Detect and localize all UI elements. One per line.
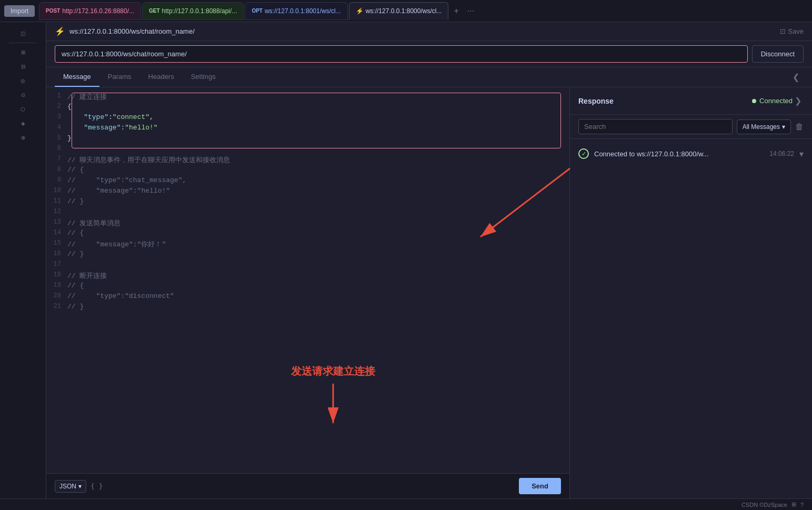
tab-get-method: GET	[149, 8, 160, 14]
code-line-4: 4 "message":"hello!"	[46, 123, 569, 134]
sidebar-icon-3: ⊟	[21, 64, 25, 69]
sidebar-item-1[interactable]: ◫	[0, 26, 46, 41]
code-line-8: 8 // {	[46, 165, 569, 176]
code-line-9: 9 // "type":"chat_message",	[46, 176, 569, 186]
code-line-5: 5 }	[46, 134, 569, 144]
tab-message[interactable]: Message	[55, 67, 99, 87]
message-item-1[interactable]: ✓ Connected to ws://127.0.0.1:8000/w... …	[574, 143, 808, 164]
more-tabs-button[interactable]: ···	[463, 4, 478, 18]
expand-response-arrow[interactable]: ❯	[793, 94, 804, 108]
message-time-1: 14:06:22	[769, 150, 794, 157]
save-button[interactable]: ⊡ Save	[780, 27, 804, 35]
sidebar-icon-1: ◫	[21, 31, 25, 36]
tab-params[interactable]: Params	[99, 67, 140, 87]
messages-filter-select[interactable]: All Messages ▾	[737, 119, 791, 134]
tab-get[interactable]: GET http://127.0.0.1:8088/api/...	[142, 2, 244, 20]
sidebar-icon-4: ◎	[21, 78, 25, 84]
tab-bar: Import POST http://172.16.0.26:8880/... …	[0, 0, 812, 22]
add-tab-button[interactable]: +	[449, 4, 463, 18]
code-line-7: 7 // 聊天消息事件，用于在聊天应用中发送和接收消息	[46, 155, 569, 165]
tab-opt-method: OPT	[252, 8, 263, 14]
sidebar-icon-5: ⊙	[21, 92, 25, 98]
sidebar-icon-2: ⊞	[21, 49, 25, 55]
delete-messages-button[interactable]: 🗑	[795, 122, 804, 132]
tab-headers[interactable]: Headers	[140, 67, 183, 87]
code-line-21: 21 // }	[46, 302, 569, 313]
response-title: Response	[578, 97, 752, 105]
code-line-18: 18 // 断开连接	[46, 271, 569, 281]
bottom-icon2: ?	[800, 502, 804, 508]
response-pane: Response Connected ❯ All Messages ▾ 🗑	[570, 87, 812, 498]
tab-post[interactable]: POST http://172.16.0.26:8880/...	[39, 2, 141, 20]
tab-get-url: http://127.0.0.1:8088/api/...	[162, 7, 237, 15]
tab-ws-url: ws://127.0.0.1:8000/ws/cl...	[366, 7, 442, 15]
content-area: ⚡ ws://127.0.0.1:8000/ws/chat/room_name/…	[46, 22, 812, 498]
code-line-11: 11 // }	[46, 197, 569, 207]
message-check-icon: ✓	[578, 148, 589, 159]
sidebar-item-3[interactable]: ⊟	[0, 59, 46, 74]
bottom-icon1: ⊞	[791, 501, 796, 508]
sidebar-item-6[interactable]: ⬡	[0, 102, 46, 116]
url-bar: Disconnect	[46, 41, 812, 67]
annotation-send-text: 发送请求建立连接	[291, 364, 375, 378]
code-line-3: 3 "type":"connect",	[46, 113, 569, 123]
disconnect-button[interactable]: Disconnect	[752, 45, 804, 63]
sidebar-divider-1	[9, 43, 36, 43]
sidebar-item-8[interactable]: ⊕	[0, 131, 46, 145]
request-tab-nav: Message Params Headers Settings ❮	[46, 67, 812, 87]
response-search-input[interactable]	[578, 119, 733, 134]
connected-badge: Connected	[752, 97, 793, 105]
ws-icon: ⚡	[55, 26, 65, 36]
ws-tab-icon: ⚡	[356, 7, 364, 15]
annotation-send: 发送请求建立连接	[291, 364, 375, 431]
sidebar-item-7[interactable]: ◈	[0, 116, 46, 131]
code-line-20: 20 // "type":"disconnect"	[46, 292, 569, 302]
code-line-6: 6	[46, 144, 569, 155]
editor-content[interactable]: 1 // 建立连接 2 { 3 "type":"connect", 4 "mes…	[46, 87, 569, 473]
import-button[interactable]: Import	[4, 5, 35, 17]
request-header: ⚡ ws://127.0.0.1:8000/ws/chat/room_name/…	[46, 22, 812, 41]
message-expand-icon[interactable]: ▾	[799, 149, 804, 159]
code-line-15: 15 // "message":"你好！"	[46, 239, 569, 249]
connected-label: Connected	[759, 97, 793, 105]
annotation-arrow	[291, 378, 375, 431]
bottom-bar: CSDN ©DzSpace ⊞ ?	[0, 498, 812, 510]
collapse-panel-arrow[interactable]: ❮	[788, 68, 804, 86]
format-label: JSON	[59, 483, 76, 490]
url-input[interactable]	[55, 45, 748, 63]
code-line-12: 12	[46, 207, 569, 218]
sidebar-icon-7: ◈	[21, 121, 25, 126]
tab-opt-url: ws://127.0.0.1:8001/ws/cl...	[265, 7, 341, 15]
response-header: Response Connected ❯	[570, 87, 812, 115]
code-line-1: 1 // 建立连接	[46, 92, 569, 102]
response-messages: ✓ Connected to ws://127.0.0.1:8000/w... …	[570, 139, 812, 498]
format-select[interactable]: JSON ▾	[55, 480, 86, 493]
sidebar-icon-8: ⊕	[21, 135, 25, 141]
tab-ws[interactable]: ⚡ ws://127.0.0.1:8000/ws/cl...	[349, 2, 449, 20]
response-search-bar: All Messages ▾ 🗑	[570, 115, 812, 139]
sidebar-item-2[interactable]: ⊞	[0, 45, 46, 59]
code-line-17: 17	[46, 260, 569, 271]
sidebar-item-5[interactable]: ⊙	[0, 88, 46, 102]
sidebar-icon-6: ⬡	[21, 106, 25, 112]
tab-opt[interactable]: OPT ws://127.0.0.1:8001/ws/cl...	[245, 2, 347, 20]
connected-dot	[752, 99, 756, 103]
code-line-14: 14 // {	[46, 228, 569, 239]
messages-filter-arrow-icon: ▾	[782, 123, 785, 131]
left-sidebar: ◫ ⊞ ⊟ ◎ ⊙ ⬡ ◈ ⊕	[0, 22, 46, 498]
sidebar-item-4[interactable]: ◎	[0, 74, 46, 88]
messages-filter-label: All Messages	[743, 123, 780, 131]
send-button[interactable]: Send	[519, 478, 561, 494]
tab-settings[interactable]: Settings	[183, 67, 224, 87]
code-line-10: 10 // "message":"hello!"	[46, 186, 569, 197]
message-text-1: Connected to ws://127.0.0.1:8000/w...	[594, 150, 764, 158]
braces-button[interactable]: { }	[91, 482, 103, 490]
format-arrow-icon: ▾	[78, 483, 82, 490]
save-icon: ⊡	[780, 27, 786, 35]
editor-footer: JSON ▾ { } Send	[46, 473, 569, 498]
code-line-2: 2 {	[46, 102, 569, 113]
code-line-16: 16 // }	[46, 249, 569, 260]
save-label: Save	[788, 27, 804, 35]
request-title: ws://127.0.0.1:8000/ws/chat/room_name/	[69, 27, 776, 35]
tab-post-method: POST	[46, 8, 60, 14]
